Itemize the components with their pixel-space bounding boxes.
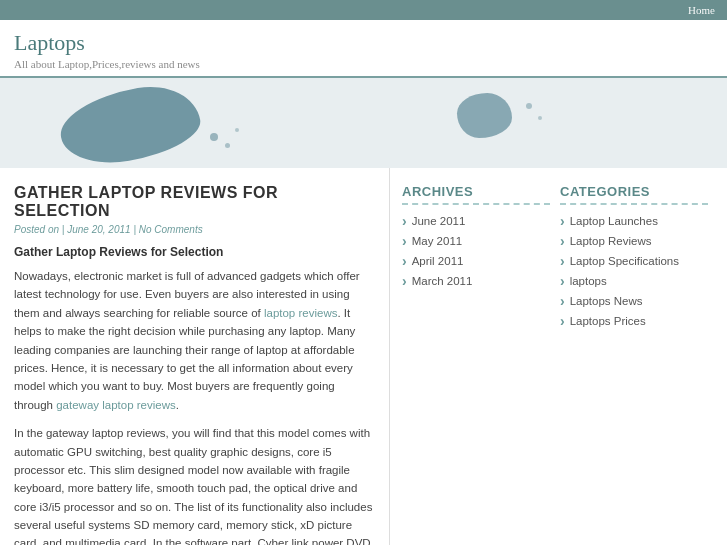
list-item[interactable]: May 2011 (402, 231, 550, 251)
article-title: GATHER LAPTOP REVIEWS FOR SELECTION (14, 184, 375, 220)
list-item[interactable]: June 2011 (402, 211, 550, 231)
gateway-reviews-link[interactable]: gateway laptop reviews (56, 399, 176, 411)
archive-link-april[interactable]: April 2011 (412, 255, 464, 267)
article-para1: Nowadays, electronic market is full of a… (14, 267, 375, 414)
sidebar-columns: ARCHIVES June 2011 May 2011 April 2011 M… (402, 184, 708, 349)
archive-link-june[interactable]: June 2011 (412, 215, 466, 227)
article-body: Nowadays, electronic market is full of a… (14, 267, 375, 545)
ink-dot-3 (235, 128, 239, 132)
list-item[interactable]: Laptops Prices (560, 311, 708, 331)
home-link[interactable]: Home (688, 4, 715, 16)
ink-dot-r2 (538, 116, 542, 120)
ink-dot-1 (210, 133, 218, 141)
ink-blob-right (457, 93, 512, 138)
list-item[interactable]: Laptops News (560, 291, 708, 311)
archive-link-march[interactable]: March 2011 (412, 275, 473, 287)
top-bar: Home (0, 0, 727, 20)
site-header: Laptops All about Laptop,Prices,reviews … (0, 20, 727, 78)
ink-blob-main (55, 78, 205, 168)
list-item[interactable]: Laptop Launches (560, 211, 708, 231)
meta-comments[interactable]: No Comments (139, 224, 203, 235)
list-item[interactable]: Laptop Reviews (560, 231, 708, 251)
list-item[interactable]: April 2011 (402, 251, 550, 271)
category-link-prices[interactable]: Laptops Prices (570, 315, 646, 327)
archives-list: June 2011 May 2011 April 2011 March 2011 (402, 211, 550, 291)
ink-dot-r1 (526, 103, 532, 109)
list-item[interactable]: Laptop Specifications (560, 251, 708, 271)
banner (0, 78, 727, 168)
category-link-news[interactable]: Laptops News (570, 295, 643, 307)
sidebar: ARCHIVES June 2011 May 2011 April 2011 M… (390, 168, 720, 545)
laptop-reviews-link[interactable]: laptop reviews (264, 307, 338, 319)
categories-list: Laptop Launches Laptop Reviews Laptop Sp… (560, 211, 708, 331)
category-link-laptops[interactable]: laptops (570, 275, 607, 287)
category-link-reviews[interactable]: Laptop Reviews (570, 235, 652, 247)
category-link-launches[interactable]: Laptop Launches (570, 215, 658, 227)
meta-date[interactable]: June 20, 2011 (67, 224, 130, 235)
site-title: Laptops (14, 30, 713, 56)
site-subtitle: All about Laptop,Prices,reviews and news (14, 58, 713, 70)
archive-link-may[interactable]: May 2011 (412, 235, 463, 247)
article-meta: Posted on | June 20, 2011 | No Comments (14, 224, 375, 235)
category-link-specs[interactable]: Laptop Specifications (570, 255, 679, 267)
article-subtitle: Gather Laptop Reviews for Selection (14, 245, 375, 259)
main-layout: GATHER LAPTOP REVIEWS FOR SELECTION Post… (0, 168, 727, 545)
categories-section: CATEGORIES Laptop Launches Laptop Review… (560, 184, 708, 331)
meta-prefix: Posted on | (14, 224, 64, 235)
list-item[interactable]: March 2011 (402, 271, 550, 291)
ink-dot-2 (225, 143, 230, 148)
archives-section: ARCHIVES June 2011 May 2011 April 2011 M… (402, 184, 550, 331)
article-content: GATHER LAPTOP REVIEWS FOR SELECTION Post… (0, 168, 390, 545)
article-para2: In the gateway laptop reviews, you will … (14, 424, 375, 545)
list-item[interactable]: laptops (560, 271, 708, 291)
archives-heading: ARCHIVES (402, 184, 550, 205)
categories-heading: CATEGORIES (560, 184, 708, 205)
